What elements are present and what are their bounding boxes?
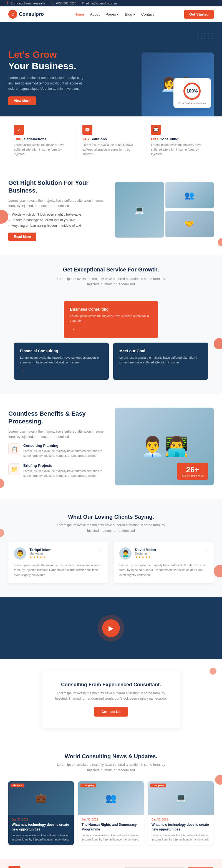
nav-about[interactable]: About (90, 12, 100, 17)
stat-icon-phone: ☎ (82, 125, 92, 135)
service-card-goal-title: Meet our Goal (119, 349, 202, 353)
avatar-2: 👨‍🦱 (119, 547, 132, 560)
topbar-email: ✉ admin@consulpro.com (82, 1, 117, 5)
deco-circle-left (0, 210, 8, 224)
benefits-desc: Lorem ipsum availa the majority have suf… (8, 429, 107, 439)
news-body-3: Dec 30, 2022 What new technology does is… (148, 815, 214, 845)
benefit-title-briefing: Briefing Projects (23, 463, 107, 468)
nav-links: Home About Pages ▾ Blog ▾ Contact (74, 12, 154, 17)
service-card-business-desc: Lorem ipsum availa the majority have suf… (70, 314, 152, 323)
service-card-goal-desc: Lorem ipsum availa the majority have suf… (119, 355, 202, 365)
testimonials-desc: Lorem ipsum availa the majority have suf… (56, 523, 166, 533)
service-card-top: Business Consulting Lorem ipsum availa t… (8, 301, 214, 338)
hero-section: Let's Grow Your Business. Lorem ipsum do… (0, 22, 222, 117)
check-item-3: Anything embarrassing hidden in middle o… (8, 224, 107, 227)
card-arrow-financial: → (20, 368, 25, 373)
experience-label: Years of Experience (182, 474, 204, 477)
hero-badge: 100% Work Business Solutions (174, 78, 211, 108)
testimonial-card-2: " 👨‍🦱 David Malan Designer ★★★★★ Lorem i… (114, 542, 214, 583)
benefits-section: Countless Benefits & Easy Processing. Lo… (0, 394, 222, 499)
service-card-financial-title: Financial Consulting (20, 349, 103, 353)
nav-pages[interactable]: Pages ▾ (106, 12, 119, 17)
stat-title-3: Free Consulting (151, 137, 208, 141)
news-card-featured: 💼 Finance Dec 30, 2022 What new technolo… (8, 781, 74, 845)
contact-button[interactable]: Contact Us (94, 707, 128, 717)
experience-badge: 26+ Years of Experience (177, 463, 208, 480)
news-excerpt-1: Lorem ipsum availa but total suffered al… (12, 833, 71, 842)
benefit-desc-briefing: Lorem ipsum availa the majority have suf… (23, 469, 107, 478)
exceptional-section: Get Exceptional Service For Growth. Lore… (0, 255, 222, 301)
benefit-icon-consulting: 📋 (8, 443, 20, 455)
hero-content: Let's Grow Your Business. Lorem ipsum do… (8, 49, 111, 117)
benefit-title-consulting: Consulting Planning (23, 443, 107, 447)
exceptional-desc: Lorem ipsum availa the majority have suf… (56, 276, 166, 287)
news-category-1: Finance (10, 783, 25, 787)
deco-circle-benefits (0, 478, 4, 488)
news-category-3: Company (150, 783, 166, 787)
check-list: Words which don't look even slightly bel… (8, 213, 107, 227)
topbar: 📍 314 King Street, Australia 📞 +800-505-… (0, 0, 222, 6)
solution-img-main: 💻 (115, 182, 164, 238)
news-thumb-2: 👥 Company (78, 781, 144, 815)
check-item-2: To take a passage of Lorem Ipsum you lik… (8, 218, 107, 222)
read-more-button[interactable]: Read More (8, 232, 36, 241)
play-button[interactable]: ▶ (102, 619, 120, 637)
benefit-icon-briefing: 📁 (8, 463, 20, 475)
news-title-3: What new technology does is create new o… (151, 823, 210, 832)
logo-icon: C (8, 10, 17, 19)
cta-section: Consulting From Experienced Consultant. … (0, 659, 222, 739)
reviewer-role-2: Designer (135, 552, 156, 555)
benefit-text-briefing: Briefing Projects Lorem ipsum availa the… (23, 463, 107, 478)
news-date-2: Dec 30, 2022 (82, 818, 140, 821)
service-card-business-title: Business Consulting (70, 307, 152, 311)
nav-contact[interactable]: Contact (141, 12, 154, 17)
news-desc: Lorem ipsum availa the majority have suf… (56, 762, 166, 773)
topbar-address: 📍 314 King Street, Australia (5, 1, 45, 5)
testimonials-section: What Our Loving Clients Saying. Lorem ip… (0, 499, 222, 597)
benefit-text-consulting: Consulting Planning Lorem ipsum availa t… (23, 443, 107, 458)
exceptional-title: Get Exceptional Service For Growth. (8, 266, 214, 273)
location-icon: 📍 (5, 1, 9, 5)
dots-decoration (197, 33, 214, 39)
reviewer-name-2: David Malan (135, 548, 156, 552)
solution-section: Get Right Solution For Your Business. Lo… (0, 165, 222, 255)
quote-icon-1: " (99, 547, 103, 558)
news-emoji-1: 💼 (36, 793, 47, 803)
testimonial-header-1: 👨 Tariqul Islam Marketing ★★★★★ (14, 547, 99, 560)
benefit-desc-consulting: Lorem ipsum availa the majority have suf… (23, 449, 107, 458)
deco-circle-testi-left (0, 529, 4, 537)
card-arrow-goal: → (119, 368, 124, 373)
news-body-featured: Dec 30, 2022 What new technology does is… (8, 815, 74, 845)
stat-icon-chat: 💬 (151, 125, 161, 135)
service-card-financial: Financial Consulting Lorem ipsum availa … (14, 343, 109, 380)
news-date-3: Dec 30, 2022 (151, 818, 210, 821)
solution-desc: Lorem ipsum availa the majority have suf… (8, 198, 107, 209)
stars-2: ★★★★★ (135, 555, 156, 559)
service-cards-section: Business Consulting Lorem ipsum availa t… (0, 301, 222, 394)
news-section: World Consulting News & Updates. Lorem i… (0, 739, 222, 859)
hero-headline: Let's Grow Your Business. (8, 49, 111, 72)
stat-desc-1: Lorem ipsum availa the majority have suf… (14, 143, 71, 156)
benefit-consulting: 📋 Consulting Planning Lorem ipsum availa… (8, 443, 107, 458)
view-more-button[interactable]: View More (8, 96, 36, 105)
deco-circle-right (218, 238, 222, 246)
avatar-1: 👨 (14, 547, 26, 560)
stats-bar: ✓ 100% Satisfactions Lorem ipsum availa … (0, 117, 222, 165)
stars-1: ★★★★★ (29, 555, 51, 559)
cta-desc: Lorem ipsum availa the majority have suf… (53, 691, 169, 701)
get-started-button[interactable]: Get Started (184, 10, 214, 19)
news-body-2: Dec 30, 2022 The Human Rights and Democr… (78, 815, 144, 845)
stat-icon-check: ✓ (14, 125, 24, 135)
news-grid: 💼 Finance Dec 30, 2022 What new technolo… (8, 781, 214, 845)
benefit-briefing: 📁 Briefing Projects Lorem ipsum availa t… (8, 463, 107, 478)
nav-home[interactable]: Home (74, 12, 84, 17)
stat-title-1: 100% Satisfactions (14, 137, 71, 141)
stat-desc-3: Lorem ipsum availa the majority have suf… (151, 143, 208, 156)
solution-images: 💻 👥 🤝 (115, 182, 214, 238)
news-excerpt-3: Lorem ipsum availa but total suffered al… (151, 833, 210, 842)
badge-label: Work Business Solutions (178, 102, 206, 105)
reviewer-info-2: David Malan Designer ★★★★★ (135, 548, 156, 559)
testimonial-text-2: Lorem ipsum availa the majority have suf… (119, 563, 208, 578)
solution-img-top-right: 👥 (165, 182, 214, 208)
nav-blog[interactable]: Blog ▾ (125, 12, 135, 17)
